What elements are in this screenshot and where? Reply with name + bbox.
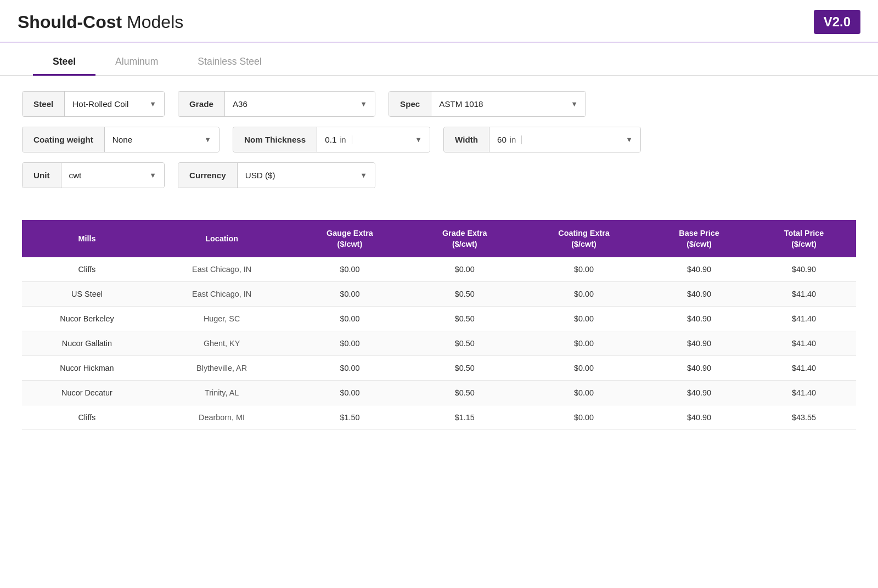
cell-total-price: $43.55 xyxy=(752,405,856,430)
width-label: Width xyxy=(444,127,489,152)
coating-weight-label: Coating weight xyxy=(22,127,105,152)
col-header-base-price: Base Price ($/cwt) xyxy=(646,220,752,257)
cell-location: Huger, SC xyxy=(152,307,291,331)
control-row-2: Coating weight None ▼ Nom Thickness 0.1 … xyxy=(22,127,856,152)
currency-control: Currency USD ($) ▼ xyxy=(178,162,375,188)
steel-dropdown-arrow: ▼ xyxy=(149,100,156,108)
cell-coating-extra: $0.00 xyxy=(521,282,646,307)
unit-control: Unit cwt ▼ xyxy=(22,162,165,188)
page-title: Should-Cost Models xyxy=(18,12,183,32)
cell-gauge-extra: $0.00 xyxy=(291,257,408,282)
cell-location: Blytheville, AR xyxy=(152,356,291,381)
width-unit-arrow: ▼ xyxy=(626,135,633,144)
cell-gauge-extra: $0.00 xyxy=(291,356,408,381)
col-header-gauge-extra: Gauge Extra ($/cwt) xyxy=(291,220,408,257)
cell-gauge-extra: $0.00 xyxy=(291,307,408,331)
cell-mill: Nucor Hickman xyxy=(22,356,152,381)
nom-thickness-control: Nom Thickness 0.1 in ▼ xyxy=(233,127,430,152)
cell-grade-extra: $0.50 xyxy=(408,282,521,307)
col-header-coating-extra: Coating Extra ($/cwt) xyxy=(521,220,646,257)
cell-coating-extra: $0.00 xyxy=(521,405,646,430)
currency-label: Currency xyxy=(178,163,238,188)
cell-total-price: $41.40 xyxy=(752,381,856,405)
cell-coating-extra: $0.00 xyxy=(521,257,646,282)
cell-grade-extra: $1.15 xyxy=(408,405,521,430)
table-header-row: Mills Location Gauge Extra ($/cwt) Grade… xyxy=(22,220,856,257)
tabs-container: Steel Aluminum Stainless Steel xyxy=(0,47,878,76)
col-header-location: Location xyxy=(152,220,291,257)
cell-location: Dearborn, MI xyxy=(152,405,291,430)
currency-dropdown-arrow: ▼ xyxy=(360,171,367,179)
cell-grade-extra: $0.00 xyxy=(408,257,521,282)
cell-mill: Cliffs xyxy=(22,257,152,282)
cell-mill: US Steel xyxy=(22,282,152,307)
cell-total-price: $41.40 xyxy=(752,307,856,331)
cell-gauge-extra: $0.00 xyxy=(291,331,408,356)
cell-total-price: $41.40 xyxy=(752,331,856,356)
width-value[interactable]: 60 in ▼ xyxy=(489,127,640,152)
cell-gauge-extra: $0.00 xyxy=(291,282,408,307)
cell-total-price: $41.40 xyxy=(752,356,856,381)
cell-grade-extra: $0.50 xyxy=(408,356,521,381)
cell-mill: Cliffs xyxy=(22,405,152,430)
spec-dropdown-arrow: ▼ xyxy=(571,100,578,108)
nom-thickness-unit: in xyxy=(340,135,352,144)
tab-stainless-steel[interactable]: Stainless Steel xyxy=(178,47,281,76)
tab-steel[interactable]: Steel xyxy=(33,47,95,76)
cell-coating-extra: $0.00 xyxy=(521,331,646,356)
spec-label: Spec xyxy=(389,92,431,116)
cell-grade-extra: $0.50 xyxy=(408,381,521,405)
col-header-total-price: Total Price ($/cwt) xyxy=(752,220,856,257)
cell-total-price: $40.90 xyxy=(752,257,856,282)
cell-location: Trinity, AL xyxy=(152,381,291,405)
table-container: Mills Location Gauge Extra ($/cwt) Grade… xyxy=(0,209,878,452)
control-row-3: Unit cwt ▼ Currency USD ($) ▼ xyxy=(22,162,856,188)
cell-location: Ghent, KY xyxy=(152,331,291,356)
cell-location: East Chicago, IN xyxy=(152,282,291,307)
table-row: Nucor Decatur Trinity, AL $0.00 $0.50 $0… xyxy=(22,381,856,405)
cell-base-price: $40.90 xyxy=(646,405,752,430)
table-row: Nucor Hickman Blytheville, AR $0.00 $0.5… xyxy=(22,356,856,381)
spec-control: Spec ASTM 1018 ▼ xyxy=(389,91,586,117)
nom-thickness-label: Nom Thickness xyxy=(233,127,317,152)
cell-mill: Nucor Gallatin xyxy=(22,331,152,356)
cell-mill: Nucor Berkeley xyxy=(22,307,152,331)
control-row-1: Steel Hot-Rolled Coil ▼ Grade A36 ▼ Spec… xyxy=(22,91,856,117)
grade-dropdown[interactable]: A36 ▼ xyxy=(225,92,375,116)
spec-dropdown[interactable]: ASTM 1018 ▼ xyxy=(431,92,586,116)
cell-grade-extra: $0.50 xyxy=(408,331,521,356)
cell-base-price: $40.90 xyxy=(646,381,752,405)
cell-gauge-extra: $1.50 xyxy=(291,405,408,430)
controls-section: Steel Hot-Rolled Coil ▼ Grade A36 ▼ Spec… xyxy=(0,76,878,209)
coating-weight-dropdown[interactable]: None ▼ xyxy=(105,127,219,152)
nom-thickness-value[interactable]: 0.1 in ▼ xyxy=(317,127,430,152)
table-row: Cliffs Dearborn, MI $1.50 $1.15 $0.00 $4… xyxy=(22,405,856,430)
currency-dropdown[interactable]: USD ($) ▼ xyxy=(238,163,375,188)
grade-label: Grade xyxy=(178,92,225,116)
cell-base-price: $40.90 xyxy=(646,257,752,282)
cell-coating-extra: $0.00 xyxy=(521,356,646,381)
tab-aluminum[interactable]: Aluminum xyxy=(95,47,178,76)
cell-coating-extra: $0.00 xyxy=(521,307,646,331)
cell-mill: Nucor Decatur xyxy=(22,381,152,405)
steel-control: Steel Hot-Rolled Coil ▼ xyxy=(22,91,165,117)
cell-gauge-extra: $0.00 xyxy=(291,381,408,405)
results-table: Mills Location Gauge Extra ($/cwt) Grade… xyxy=(22,220,856,430)
table-row: Nucor Berkeley Huger, SC $0.00 $0.50 $0.… xyxy=(22,307,856,331)
coating-weight-dropdown-arrow: ▼ xyxy=(204,135,211,144)
col-header-grade-extra: Grade Extra ($/cwt) xyxy=(408,220,521,257)
cell-coating-extra: $0.00 xyxy=(521,381,646,405)
unit-dropdown[interactable]: cwt ▼ xyxy=(61,163,164,188)
cell-grade-extra: $0.50 xyxy=(408,307,521,331)
table-row: Nucor Gallatin Ghent, KY $0.00 $0.50 $0.… xyxy=(22,331,856,356)
steel-dropdown[interactable]: Hot-Rolled Coil ▼ xyxy=(65,92,164,116)
steel-label: Steel xyxy=(22,92,65,116)
unit-dropdown-arrow: ▼ xyxy=(149,171,156,179)
table-row: Cliffs East Chicago, IN $0.00 $0.00 $0.0… xyxy=(22,257,856,282)
col-header-mills: Mills xyxy=(22,220,152,257)
table-row: US Steel East Chicago, IN $0.00 $0.50 $0… xyxy=(22,282,856,307)
cell-total-price: $41.40 xyxy=(752,282,856,307)
width-unit: in xyxy=(510,135,522,144)
nom-thickness-unit-arrow: ▼ xyxy=(415,135,422,144)
coating-weight-control: Coating weight None ▼ xyxy=(22,127,219,152)
